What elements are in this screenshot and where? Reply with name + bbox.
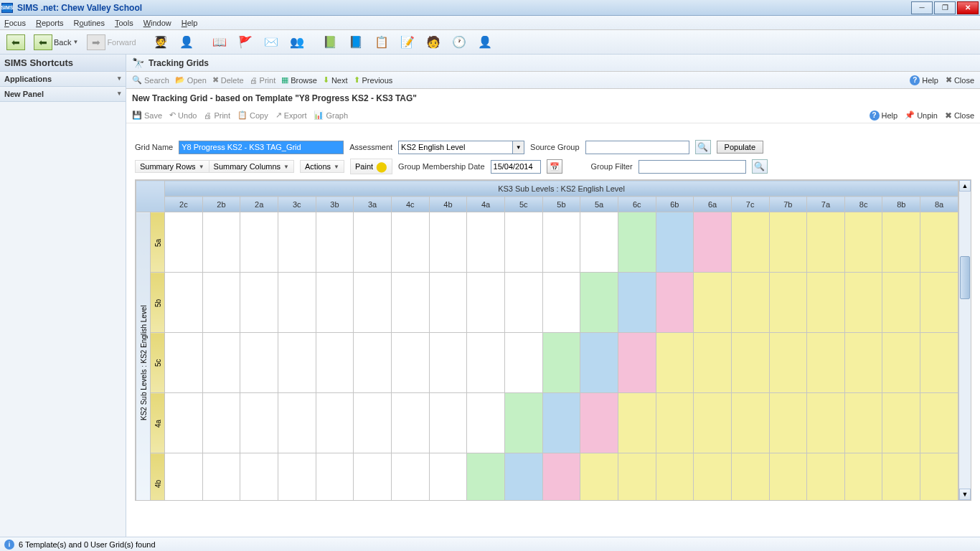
actions-button[interactable]: Actions▼ [300, 160, 344, 173]
grid-cell[interactable] [504, 393, 542, 453]
grid-cell[interactable] [882, 393, 920, 453]
ab-previous[interactable]: ⬆Previous [354, 75, 393, 85]
grid-cell[interactable] [731, 393, 769, 453]
grid-cell[interactable] [240, 273, 278, 333]
grid-cell[interactable] [354, 453, 392, 501]
grid-cell[interactable] [807, 333, 845, 393]
assessment-dropdown[interactable]: ▼ [513, 141, 524, 154]
dt-graph[interactable]: 📊Graph [314, 110, 348, 120]
grid-cell[interactable] [656, 333, 694, 393]
populate-button[interactable]: Populate [717, 141, 763, 154]
grid-cell[interactable] [429, 333, 467, 393]
toolbar-icon-1[interactable]: 🧑‍🎓 [149, 32, 173, 52]
grid-cell[interactable] [844, 212, 882, 273]
grid-cell[interactable] [807, 453, 845, 501]
toolbar-icon-4[interactable]: 🚩 [233, 32, 258, 52]
grid-cell[interactable] [467, 273, 505, 333]
grid-cell[interactable] [542, 273, 580, 333]
grid-cell[interactable] [618, 453, 656, 501]
grid-cell[interactable] [807, 273, 845, 333]
menu-help[interactable]: Help [182, 19, 198, 27]
toolbar-icon-5[interactable]: ✉️ [259, 32, 283, 52]
grid-cell[interactable] [467, 212, 505, 273]
grid-cell[interactable] [165, 212, 203, 273]
grid-cell[interactable] [731, 333, 769, 393]
grid-cell[interactable] [694, 273, 732, 333]
source-group-input[interactable] [585, 141, 689, 154]
grid-cell[interactable] [731, 453, 769, 501]
grid-cell[interactable] [354, 212, 392, 273]
grid-cell[interactable] [504, 212, 542, 273]
assessment-input[interactable] [398, 141, 513, 154]
grid-cell[interactable] [278, 212, 316, 273]
toolbar-icon-10[interactable]: 📝 [395, 32, 420, 52]
grid-cell[interactable] [240, 393, 278, 453]
nav-back-arrow[interactable]: ⬅ [3, 32, 29, 52]
grid-cell[interactable] [429, 212, 467, 273]
ab-help[interactable]: ?Help [910, 75, 938, 85]
grid-cell[interactable] [844, 393, 882, 453]
scroll-thumb[interactable] [960, 256, 970, 299]
grid-cell[interactable] [202, 212, 240, 273]
grid-cell[interactable] [467, 453, 505, 501]
summary-rows-button[interactable]: Summary Rows▼ [136, 161, 209, 172]
grid-cell[interactable] [618, 393, 656, 453]
grid-cell[interactable] [467, 333, 505, 393]
grid-cell[interactable] [807, 393, 845, 453]
grid-cell[interactable] [316, 273, 354, 333]
grid-cell[interactable] [240, 212, 278, 273]
ab-open[interactable]: 📂Open [175, 75, 207, 85]
grid-cell[interactable] [731, 212, 769, 273]
grid-cell[interactable] [278, 453, 316, 501]
dt-copy[interactable]: 📋Copy [237, 110, 268, 120]
toolbar-icon-2[interactable]: 👤 [174, 32, 199, 52]
grid-cell[interactable] [391, 453, 429, 501]
grid-cell[interactable] [769, 273, 807, 333]
ab-close[interactable]: ✖Close [946, 75, 974, 85]
grid-cell[interactable] [354, 393, 392, 453]
grid-cell[interactable] [656, 453, 694, 501]
filter-search-button[interactable]: 🔍 [752, 159, 768, 174]
grid-cell[interactable] [354, 273, 392, 333]
dt-unpin[interactable]: 📌Unpin [905, 110, 938, 121]
grid-cell[interactable] [769, 333, 807, 393]
grid-cell[interactable] [542, 393, 580, 453]
toolbar-icon-11[interactable]: 🧑 [421, 32, 446, 52]
menu-reports[interactable]: Reports [36, 19, 64, 27]
source-group-search-button[interactable]: 🔍 [695, 140, 711, 154]
minimize-button[interactable]: ─ [911, 1, 933, 14]
dt-save[interactable]: 💾Save [132, 110, 162, 120]
grid-cell[interactable] [618, 333, 656, 393]
grid-cell[interactable] [202, 393, 240, 453]
grid-cell[interactable] [618, 273, 656, 333]
grid-cell[interactable] [920, 393, 958, 453]
paint-button[interactable]: Paint⬤ [350, 159, 392, 174]
scroll-up-button[interactable]: ▲ [959, 180, 971, 192]
dt-undo[interactable]: ↶Undo [169, 110, 197, 120]
grid-cell[interactable] [240, 333, 278, 393]
grid-cell[interactable] [354, 333, 392, 393]
ab-delete[interactable]: ✖Delete [212, 75, 244, 85]
grid-cell[interactable] [278, 333, 316, 393]
grid-cell[interactable] [165, 393, 203, 453]
grid-cell[interactable] [618, 212, 656, 273]
grid-cell[interactable] [580, 212, 618, 273]
grid-cell[interactable] [391, 393, 429, 453]
grid-cell[interactable] [769, 212, 807, 273]
toolbar-icon-8[interactable]: 📘 [344, 32, 368, 52]
dt-print[interactable]: 🖨Print [204, 111, 230, 120]
grid-cell[interactable] [920, 453, 958, 501]
grid-cell[interactable] [920, 212, 958, 273]
grid-cell[interactable] [165, 453, 203, 501]
grid-cell[interactable] [391, 212, 429, 273]
toolbar-icon-9[interactable]: 📋 [369, 32, 394, 52]
summary-cols-button[interactable]: Summary Columns▼ [209, 161, 293, 172]
vertical-scrollbar[interactable]: ▲ ▼ [958, 180, 971, 500]
grid-cell[interactable] [656, 273, 694, 333]
menu-focus[interactable]: Focus [4, 19, 26, 27]
grid-cell[interactable] [694, 212, 732, 273]
grid-cell[interactable] [504, 273, 542, 333]
grid-cell[interactable] [580, 453, 618, 501]
grid-cell[interactable] [165, 333, 203, 393]
grid-cell[interactable] [429, 273, 467, 333]
